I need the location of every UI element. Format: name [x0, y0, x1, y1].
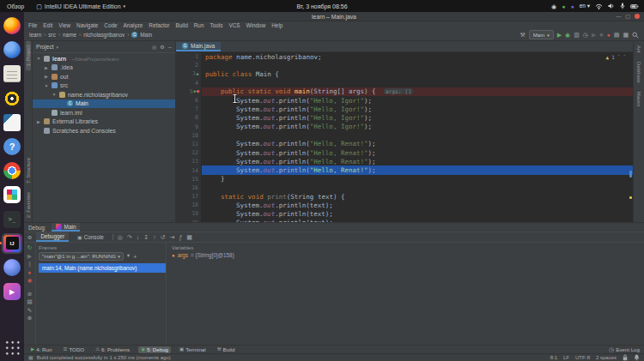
close-button[interactable] [635, 14, 640, 19]
tab-console[interactable]: ▣Console [73, 232, 108, 242]
menu-code[interactable]: Code [104, 22, 117, 28]
tool-button-7-structure[interactable]: 7: Structure [26, 153, 31, 188]
stop-icon[interactable]: ● [28, 270, 32, 276]
rerun-icon[interactable]: ↻ [27, 245, 32, 251]
tree-expand-arrow[interactable]: ▶ [44, 74, 49, 79]
breadcrumb-name[interactable]: name [63, 32, 76, 38]
gutter-line-4[interactable]: 4 [176, 79, 202, 87]
gutter-line-19[interactable]: 19 [176, 209, 202, 218]
project-panel-title[interactable]: Project [36, 44, 54, 50]
gutter-line-13[interactable]: 13 [176, 157, 202, 165]
slack-launcher[interactable] [2, 184, 22, 205]
menu-edit[interactable]: Edit [43, 22, 52, 28]
maximize-button[interactable]: ▢ [625, 14, 630, 19]
screen-recorder-launcher[interactable] [2, 88, 22, 109]
menu-run[interactable]: Run [194, 22, 204, 28]
settings-icon[interactable]: ⚙ [27, 235, 32, 240]
toolwindow-button-6-problems[interactable]: ⚠6: Problems [93, 346, 132, 353]
thread-dump-icon[interactable]: ▤ [27, 299, 32, 305]
tree-item--idea[interactable]: ▶.idea [33, 63, 175, 73]
variable-row[interactable]: ● args = {String[0]@158} [172, 252, 644, 258]
tree-expand-arrow[interactable]: ▼ [52, 92, 57, 97]
terminal-launcher[interactable]: >_ [2, 209, 22, 230]
tool-button-2-favorites[interactable]: 2: Favorites [26, 188, 31, 222]
breadcrumb-learn[interactable]: learn [29, 32, 41, 38]
run-gutter-icon[interactable]: ▶ [197, 72, 199, 76]
keyboard-layout-indicator[interactable]: en ▾ [580, 3, 590, 9]
drop-frame-icon[interactable]: ↺ [161, 234, 166, 240]
title-bar[interactable]: learn – Main.java — ▢ [24, 12, 644, 21]
tree-item-src[interactable]: ▼src [33, 81, 175, 91]
scroll-marker-exec[interactable] [629, 171, 632, 177]
resume-icon[interactable]: ▶ [27, 254, 32, 260]
editor-tab-main[interactable]: C Main.java [176, 42, 221, 51]
volume-icon[interactable] [608, 3, 615, 9]
filter-icon[interactable]: ▼ [126, 254, 131, 259]
breadcrumb-nicholasgribanov[interactable]: nicholasgribanov [83, 32, 125, 38]
toolwindow-button-build[interactable]: ⚒Build [215, 346, 238, 353]
show-execution-icon[interactable]: ◎ [118, 234, 123, 240]
tool-button-database[interactable]: Database [636, 57, 641, 87]
add-icon[interactable]: + [133, 254, 137, 260]
code-area[interactable]: ▲ 1 ˆ ˇ 1package name.nicholasgribanov;2… [176, 52, 633, 222]
profiler-icon[interactable]: ◷ [583, 32, 588, 38]
view-breakpoints-icon[interactable]: ◉ [27, 278, 33, 284]
caret-position[interactable]: 8:1 [550, 355, 557, 360]
media-player-launcher[interactable]: ▶ [2, 281, 22, 302]
toolwindow-button-todo[interactable]: ☰TODO [60, 346, 87, 353]
indent-style[interactable]: 2 spaces [596, 355, 617, 360]
show-applications-launcher[interactable] [2, 337, 22, 358]
gutter-line-10[interactable]: 10 [176, 131, 202, 140]
gutter-line-15[interactable]: 15 [176, 175, 202, 184]
gutter-line-1[interactable]: 1 [176, 52, 202, 61]
tree-item-learn-iml[interactable]: learn.iml [33, 108, 175, 117]
hammer-icon[interactable]: ⚒ [519, 32, 525, 38]
tree-item-scratches-and-consoles[interactable]: Scratches and Consoles [33, 126, 175, 135]
prev-problem-icon[interactable]: ˆ [617, 54, 621, 60]
network-icon[interactable] [595, 3, 603, 9]
notifications-icon[interactable] [634, 354, 640, 361]
menu-view[interactable]: View [58, 22, 70, 28]
menu-window[interactable]: Window [246, 22, 266, 28]
gutter-line-16[interactable]: 16 [176, 184, 202, 192]
indicator-icon[interactable]: ● [570, 3, 574, 9]
tab-debugger[interactable]: Debugger [36, 232, 69, 242]
tree-item-main[interactable]: CMain [33, 99, 175, 109]
scroll-marker-warning[interactable] [629, 196, 632, 199]
tree-expand-arrow[interactable]: ▶ [44, 65, 49, 70]
firefox-launcher[interactable] [2, 15, 22, 36]
tool-button-1-project[interactable]: 1: Project [26, 41, 31, 71]
gutter-line-18[interactable]: 18 [176, 201, 202, 209]
gutter-line-8[interactable]: 8 [176, 113, 202, 122]
menu-refactor[interactable]: Refactor [149, 22, 169, 28]
help-launcher[interactable]: ? [2, 136, 22, 157]
step-over-icon[interactable]: ↷ [127, 234, 132, 240]
gutter-line-14[interactable]: 14 [176, 165, 202, 174]
event-log-button[interactable]: ◷ Event Log [609, 346, 640, 352]
force-step-into-icon[interactable]: ↧ [143, 234, 149, 240]
tool-button-maven[interactable]: Maven [636, 87, 641, 111]
pin-icon[interactable]: ⊕ [27, 316, 32, 322]
toolwindow-button-4-run[interactable]: ▶4: Run [28, 346, 54, 353]
shield-icon[interactable]: ● [562, 3, 565, 9]
layout-icon[interactable]: ▦ [623, 32, 629, 38]
run-configuration-select[interactable]: Main▾ [529, 30, 554, 39]
tree-expand-arrow[interactable]: ▼ [36, 56, 41, 61]
stop-icon[interactable]: ● [607, 32, 611, 38]
libreoffice-launcher[interactable] [2, 112, 22, 133]
microphone-icon[interactable] [620, 3, 625, 9]
menu-tools[interactable]: Tools [210, 22, 222, 28]
debug-session-tab[interactable]: Main [52, 223, 81, 232]
pause-icon[interactable]: ∥ [28, 262, 31, 268]
chrome-launcher[interactable] [2, 160, 22, 181]
breadcrumb-Main[interactable]: Main [140, 32, 152, 38]
gutter-line-6[interactable]: 6 [176, 96, 202, 105]
tree-expand-arrow[interactable]: ▶ [36, 119, 41, 124]
gutter-line-12[interactable]: 12 [176, 148, 202, 157]
intellij-idea-launcher[interactable]: IJ [2, 233, 22, 254]
gutter-line-7[interactable]: 7 [176, 105, 202, 113]
gutter-line-2[interactable]: 2 [176, 61, 202, 69]
thunderbird-launcher[interactable] [2, 39, 22, 60]
minimize-button[interactable]: — [616, 14, 621, 19]
next-problem-icon[interactable]: ˇ [623, 54, 626, 60]
